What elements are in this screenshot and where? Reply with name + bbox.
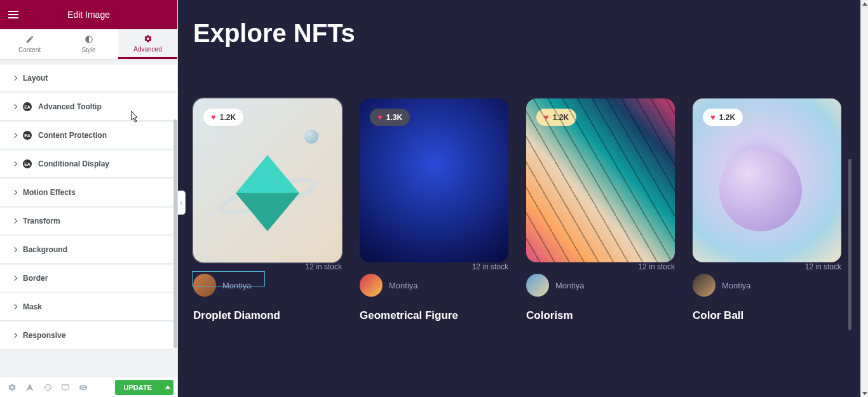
heart-icon: ♥ [377, 112, 383, 122]
sidebar-tabs: Content Style Advanced [0, 29, 177, 60]
avatar[interactable] [193, 274, 216, 297]
accordion-section[interactable]: EAAdvanced Tooltip [0, 93, 177, 121]
contrast-icon [85, 35, 93, 44]
accordion-label: Conditional Display [38, 159, 109, 168]
like-pill[interactable]: ♥1.3K [370, 109, 410, 126]
accordion-label: Transform [23, 217, 60, 225]
accordion-section[interactable]: Transform [0, 208, 177, 235]
accordion-section[interactable]: Responsive [0, 322, 177, 349]
caret-right-icon [12, 333, 17, 338]
gear-icon [144, 34, 153, 43]
page-title: Explore NFTs [193, 19, 845, 48]
update-dropdown[interactable] [161, 380, 173, 395]
avatar[interactable] [526, 274, 549, 297]
navigator-icon[interactable] [22, 379, 38, 396]
caret-right-icon [12, 304, 17, 309]
scroll-down-arrow[interactable] [861, 389, 868, 397]
sidebar-header: Edit Image [0, 0, 177, 29]
nft-image[interactable]: ♥1.2K [693, 98, 841, 262]
nft-title: Geometrical Figure [360, 309, 458, 321]
sidebar-title: Edit Image [67, 10, 110, 20]
menu-icon[interactable] [8, 9, 19, 20]
avatar[interactable] [360, 274, 383, 297]
accordion-label: Layout [23, 74, 48, 83]
card-meta: Montiya12 in stock [526, 274, 675, 297]
card-title-row: Geometrical Figure [360, 309, 508, 322]
accordion-label: Mask [23, 302, 42, 311]
accordion-section[interactable]: EAContent Protection [0, 122, 177, 149]
card-meta: Montiya12 in stock [193, 274, 342, 297]
caret-right-icon [12, 190, 17, 195]
heart-icon: ♥ [211, 112, 216, 122]
card-title-row: Color Ball [693, 309, 841, 322]
accordion-section[interactable]: Border [0, 265, 177, 292]
nft-image[interactable]: ♥1.2K [193, 98, 342, 262]
nft-image[interactable]: ♥1.2K [526, 98, 675, 262]
stock-label: 12 in stock [472, 262, 508, 271]
canvas-inner-scrollbar[interactable] [848, 159, 851, 330]
window-scrollbar[interactable] [860, 0, 868, 397]
pencil-icon [25, 35, 34, 44]
caret-right-icon [12, 104, 17, 109]
card-meta: Montiya12 in stock [360, 274, 508, 297]
avatar[interactable] [693, 274, 715, 297]
author-name: Montiya [555, 281, 585, 290]
update-button[interactable]: UPDATE [115, 380, 161, 395]
accordion-label: Content Protection [38, 131, 107, 140]
sidebar-footer: UPDATE [0, 377, 177, 397]
heart-icon: ♥ [544, 112, 549, 122]
nft-cards-row: ♥1.2KMontiya12 in stockDroplet Diamond♥1… [193, 98, 845, 322]
nft-card[interactable]: ♥1.2KMontiya12 in stockColor Ball [693, 98, 841, 322]
accordion-section[interactable]: Mask [0, 293, 177, 321]
like-count: 1.2K [220, 113, 236, 122]
accordion-section[interactable]: EAConditional Display [0, 151, 177, 178]
widgets-icon[interactable] [158, 9, 170, 20]
nft-card[interactable]: ♥1.3KMontiya12 in stockGeometrical Figur… [360, 98, 508, 322]
card-title-row: Colorism [526, 309, 675, 322]
settings-icon[interactable] [4, 379, 20, 396]
sidebar-scrollbar[interactable] [173, 119, 177, 356]
author-name: Montiya [222, 281, 252, 290]
caret-right-icon [12, 219, 17, 224]
ea-badge-icon: EA [23, 159, 32, 168]
author-name: Montiya [722, 281, 751, 290]
tab-advanced[interactable]: Advanced [118, 29, 177, 59]
like-pill[interactable]: ♥1.2K [203, 109, 243, 126]
scroll-up-arrow[interactable] [861, 0, 868, 8]
card-title-row: Droplet Diamond [193, 309, 342, 322]
accordion-label: Motion Effects [23, 188, 76, 197]
accordion-label: Border [23, 274, 48, 283]
nft-image[interactable]: ♥1.3K [360, 98, 508, 262]
stock-label: 12 in stock [639, 262, 675, 271]
nft-card[interactable]: ♥1.2KMontiya12 in stockColorism [526, 98, 675, 322]
heart-icon: ♥ [710, 112, 715, 122]
tab-content[interactable]: Content [0, 29, 59, 59]
ea-badge-icon: EA [23, 131, 32, 140]
caret-right-icon [12, 76, 17, 81]
accordion-section[interactable]: Motion Effects [0, 179, 177, 206]
accordion-label: Background [23, 245, 67, 254]
like-pill[interactable]: ♥1.2K [703, 109, 743, 126]
author-name: Montiya [389, 281, 418, 290]
caret-right-icon [12, 276, 17, 281]
caret-right-icon [12, 133, 17, 138]
tab-label: Advanced [133, 46, 161, 53]
like-count: 1.2K [553, 113, 569, 122]
caret-right-icon [12, 247, 17, 252]
like-pill[interactable]: ♥1.2K [536, 109, 576, 126]
collapse-sidebar-handle[interactable] [178, 191, 186, 215]
nft-title: Droplet Diamond [193, 309, 280, 321]
nft-title: Colorism [526, 309, 573, 321]
stock-label: 12 in stock [805, 262, 841, 271]
update-button-group: UPDATE [115, 380, 173, 395]
like-count: 1.3K [386, 113, 402, 122]
preview-icon[interactable] [75, 379, 92, 396]
history-icon[interactable] [39, 379, 56, 396]
accordion-section[interactable]: Layout [0, 65, 177, 92]
responsive-icon[interactable] [57, 379, 74, 396]
like-count: 1.2K [719, 113, 735, 122]
accordion-section[interactable]: Background [0, 236, 177, 264]
card-meta: Montiya12 in stock [693, 274, 841, 297]
tab-style[interactable]: Style [59, 29, 118, 59]
nft-card[interactable]: ♥1.2KMontiya12 in stockDroplet Diamond [193, 98, 342, 322]
